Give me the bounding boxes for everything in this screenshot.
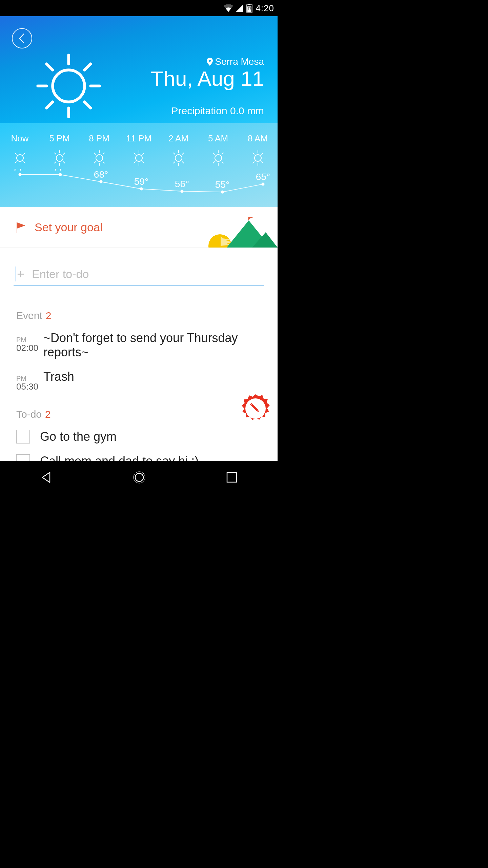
mountain-icon [203, 217, 278, 248]
forecast-time: 5 AM [208, 133, 228, 144]
svg-rect-90 [227, 473, 237, 482]
svg-line-54 [174, 153, 175, 154]
back-button[interactable] [12, 28, 32, 48]
svg-line-45 [134, 153, 135, 154]
forecast-temp: 59° [134, 176, 148, 187]
svg-point-78 [100, 180, 103, 183]
svg-line-64 [222, 162, 223, 163]
status-time: 4:20 [256, 3, 274, 14]
flag-icon [16, 222, 25, 233]
text-cursor [16, 267, 16, 281]
svg-line-20 [15, 162, 16, 163]
event-item[interactable]: PM 05:30 Trash [16, 370, 261, 392]
forecast-item: 5 AM [198, 133, 238, 170]
svg-line-29 [55, 162, 56, 163]
svg-point-82 [262, 183, 265, 186]
svg-point-88 [135, 473, 143, 481]
event-title: ~Don't forget to send your Thursday repo… [43, 331, 261, 359]
svg-line-11 [47, 102, 53, 108]
svg-line-10 [85, 102, 91, 108]
svg-line-66 [222, 153, 223, 154]
forecast-temp: 77° [53, 169, 67, 173]
android-nav-bar [0, 461, 278, 494]
event-time: 02:00 [16, 343, 43, 353]
forecast-temp: 55° [215, 179, 229, 190]
svg-point-79 [140, 188, 143, 191]
svg-point-77 [59, 173, 62, 176]
forecast-item: 8 PM [79, 133, 119, 170]
forecast-item: Now [0, 133, 40, 170]
svg-line-57 [182, 153, 184, 154]
checkbox[interactable] [16, 430, 30, 443]
svg-point-49 [175, 155, 182, 161]
location[interactable]: Serra Mesa [207, 56, 264, 67]
forecast-temp: 77° [13, 169, 27, 173]
todo-input-wrap: + [0, 248, 278, 290]
compose-fab[interactable] [240, 393, 271, 424]
svg-point-76 [19, 173, 22, 176]
event-title: Trash [43, 370, 74, 384]
forecast-temp: 56° [175, 179, 189, 189]
forecast-item: 2 AM [159, 133, 198, 170]
event-time: 05:30 [16, 382, 43, 392]
todo-item[interactable]: Call mom and dad to say hi :) [16, 454, 261, 461]
sun-icon [36, 53, 102, 119]
todo-item[interactable]: Go to the gym [16, 430, 261, 444]
sun-icon [210, 150, 226, 166]
svg-point-67 [255, 155, 261, 161]
svg-line-39 [103, 153, 104, 154]
svg-line-37 [103, 162, 104, 163]
todo-label: Go to the gym [40, 430, 117, 444]
forecast-time: 5 PM [49, 133, 70, 144]
svg-point-13 [17, 155, 23, 161]
svg-point-4 [53, 70, 84, 102]
svg-line-19 [24, 162, 25, 163]
forecast-time: 11 PM [126, 133, 151, 144]
svg-line-63 [213, 153, 215, 154]
todo-input[interactable] [32, 268, 264, 281]
set-goal-button[interactable]: Set your goal [0, 207, 278, 248]
svg-point-31 [96, 155, 103, 161]
todos-header: To-do2 [16, 409, 261, 420]
svg-line-48 [143, 153, 144, 154]
temperature-chart: 77°77°68°59°56°55°65° [0, 169, 278, 203]
forecast-temp: 65° [256, 172, 270, 182]
pin-icon [207, 58, 213, 66]
battery-icon: 77 [246, 4, 253, 13]
sun-icon [131, 150, 147, 166]
precipitation: Precipitation 0.0 mm [171, 105, 264, 117]
svg-line-47 [134, 162, 135, 163]
svg-line-38 [94, 162, 96, 163]
svg-line-30 [63, 153, 65, 154]
svg-line-21 [24, 153, 25, 154]
svg-point-80 [181, 190, 184, 193]
svg-line-56 [174, 162, 175, 163]
forecast-item: 8 AM [238, 133, 278, 170]
status-bar: 77 4:20 [0, 0, 278, 16]
event-ampm: PM [16, 375, 43, 382]
svg-line-72 [253, 153, 254, 154]
nav-recent-icon[interactable] [226, 471, 238, 484]
svg-line-65 [213, 162, 215, 163]
forecast-item: 5 PM [40, 133, 79, 170]
sun-icon [170, 150, 187, 166]
events-header: Event2 [16, 310, 261, 321]
date-label: Thu, Aug 11 [151, 66, 264, 91]
sun-icon [250, 150, 266, 166]
nav-back-icon[interactable] [40, 471, 53, 484]
svg-point-58 [215, 155, 222, 161]
svg-text:77: 77 [248, 7, 252, 11]
location-label: Serra Mesa [215, 56, 264, 67]
svg-point-22 [56, 155, 63, 161]
svg-point-40 [136, 155, 142, 161]
event-ampm: PM [16, 336, 43, 343]
svg-line-73 [262, 162, 263, 163]
svg-line-27 [55, 153, 56, 154]
event-item[interactable]: PM 02:00 ~Don't forget to send your Thur… [16, 331, 261, 359]
nav-home-icon[interactable] [133, 471, 146, 484]
forecast-item: 11 PM [119, 133, 159, 170]
forecast-time: 8 PM [89, 133, 109, 144]
checkbox[interactable] [16, 454, 30, 461]
sun-icon [12, 150, 28, 166]
goal-label: Set your goal [35, 221, 102, 234]
